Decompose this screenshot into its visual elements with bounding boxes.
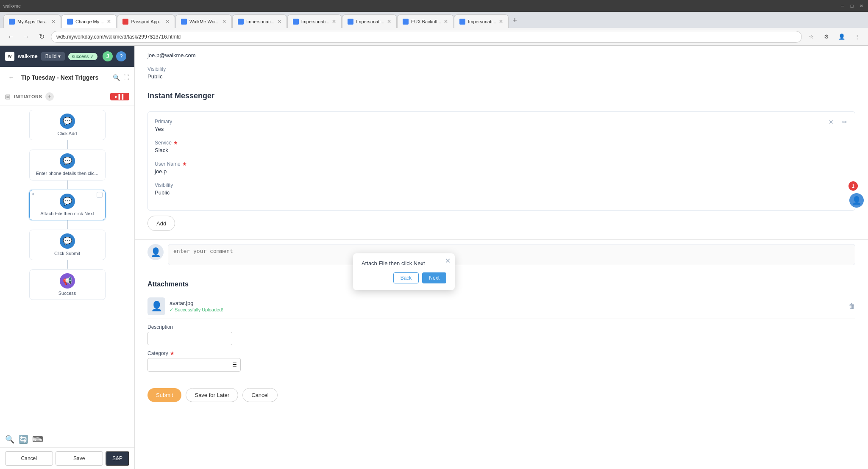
description-input[interactable] xyxy=(147,332,232,345)
tab-close-icon[interactable]: ✕ xyxy=(277,19,281,25)
step-icon-chat: 💬 xyxy=(60,114,75,129)
step-node-attach-file[interactable]: 3 💬 Attach File then click Next xyxy=(29,190,106,220)
avatar-icon: 👤 xyxy=(150,247,161,257)
reload-button[interactable]: ↻ xyxy=(36,31,47,43)
flow-back-button[interactable]: ← xyxy=(5,72,17,83)
expand-icon[interactable]: ⛶ xyxy=(123,74,129,81)
new-tab-button[interactable]: + xyxy=(509,14,521,26)
popup-close-button[interactable]: ✕ xyxy=(445,257,451,265)
step-icon-chat3: 💬 xyxy=(60,194,75,209)
step-icon-success: 📢 xyxy=(60,273,75,289)
step-node-enter-phone[interactable]: 💬 Enter phone details then clic... xyxy=(29,150,106,180)
sp-button[interactable]: S&P xyxy=(106,451,129,466)
save-button[interactable]: Save xyxy=(56,451,103,466)
contact-form-top: joe.p@walkme.com Visibility Public xyxy=(135,46,868,80)
tab-label: Impersonati... xyxy=(246,19,275,24)
popup-back-button[interactable]: Back xyxy=(393,272,419,283)
step-icon-chat2: 💬 xyxy=(60,153,75,169)
notification-container: 1 👤 xyxy=(849,181,865,208)
service-row: Service ★ Slack xyxy=(155,140,848,153)
step-checkbox[interactable] xyxy=(97,192,103,198)
cancel-button[interactable]: Cancel xyxy=(5,451,53,466)
step-connector xyxy=(67,220,68,229)
flow-step-1[interactable]: 💬 Click Add xyxy=(25,110,110,149)
success-badge: success ✓ xyxy=(68,53,97,60)
tab-changemy[interactable]: Change My ... ✕ xyxy=(61,14,117,28)
add-initiator-button[interactable]: + xyxy=(45,92,54,101)
tab-close-icon[interactable]: ✕ xyxy=(51,19,56,25)
tab-label: Impersonati... xyxy=(301,19,330,24)
code-tool-icon[interactable]: ⌨ xyxy=(32,435,43,444)
profile-icon[interactable]: 👤 xyxy=(836,31,848,43)
category-label: Category ★ xyxy=(147,350,855,356)
extensions-icon[interactable]: ⚙ xyxy=(821,31,832,43)
back-nav-button[interactable]: ← xyxy=(5,31,17,43)
tab-label: Passport App... xyxy=(131,19,163,24)
notification-avatar[interactable]: 👤 xyxy=(849,192,865,208)
im-edit-icon[interactable]: ✏ xyxy=(840,117,850,127)
browser-tabbar: My Apps Das... ✕ Change My ... ✕ Passpor… xyxy=(0,12,868,28)
maximize-button[interactable]: □ xyxy=(849,3,855,9)
address-text: wd5.myworkday.com/walkme/d/task/2997$137… xyxy=(56,34,181,40)
save-for-later-button[interactable]: Save for Later xyxy=(186,388,238,402)
tab-impersonati4[interactable]: Impersonati... ✕ xyxy=(454,14,509,28)
delete-attachment-button[interactable]: 🗑 xyxy=(849,302,855,310)
submit-button[interactable]: Submit xyxy=(147,388,181,402)
bookmark-icon[interactable]: ☆ xyxy=(805,31,817,43)
tab-close-icon[interactable]: ✕ xyxy=(444,19,448,25)
step-node-click-submit[interactable]: 💬 Click Submit xyxy=(29,230,106,260)
help-icon[interactable]: ? xyxy=(116,51,126,61)
service-value: Slack xyxy=(155,147,848,153)
build-dropdown[interactable]: Build ▾ xyxy=(41,52,65,61)
tab-walkme1[interactable]: WalkMe Wor... ✕ xyxy=(175,14,232,28)
step-node-success[interactable]: 📢 Success xyxy=(29,269,106,300)
flow-step-2[interactable]: 💬 Enter phone details then clic... xyxy=(25,150,110,189)
category-select[interactable]: ☰ xyxy=(147,358,241,372)
flow-title-bar: ← Tip Tuesday - Next Triggers 🔍 ⛶ xyxy=(0,67,134,88)
titlebar-controls: ─ □ ✕ xyxy=(839,3,865,9)
popup-next-button[interactable]: Next xyxy=(422,272,446,283)
tab-close-icon[interactable]: ✕ xyxy=(332,19,336,25)
tab-close-icon[interactable]: ✕ xyxy=(165,19,170,25)
attachment-file-icon: 👤 xyxy=(147,297,165,315)
menu-icon[interactable]: ⋮ xyxy=(851,31,863,43)
close-button[interactable]: ✕ xyxy=(858,3,865,9)
tab-favicon xyxy=(9,19,15,25)
description-label: Description xyxy=(147,324,855,330)
user-avatar: 👤 xyxy=(147,244,164,260)
im-close-icon[interactable]: ✕ xyxy=(826,117,836,127)
walkme-notification: 1 👤 xyxy=(849,181,865,208)
record-button[interactable]: ● ▌▌ xyxy=(110,93,129,100)
tab-passport[interactable]: Passport App... ✕ xyxy=(117,14,175,28)
step-label: Success xyxy=(58,290,76,296)
success-text: success xyxy=(72,54,89,59)
forward-nav-button[interactable]: → xyxy=(20,31,32,43)
flow-step-3[interactable]: 3 💬 Attach File then click Next xyxy=(25,190,110,229)
add-im-button[interactable]: Add xyxy=(147,216,175,231)
comment-input-area: 👤 xyxy=(147,244,855,265)
flow-step-5[interactable]: 📢 Success xyxy=(25,269,110,300)
step-node-click-add[interactable]: 💬 Click Add xyxy=(29,110,106,140)
tab-label: My Apps Das... xyxy=(17,19,49,24)
tab-close-icon[interactable]: ✕ xyxy=(387,19,391,25)
visibility2-value: Public xyxy=(155,189,848,196)
address-bar[interactable]: wd5.myworkday.com/walkme/d/task/2997$137… xyxy=(51,31,802,43)
tab-impersonati2[interactable]: Impersonati... ✕ xyxy=(287,14,342,28)
tab-impersonati3[interactable]: Impersonati... ✕ xyxy=(342,14,397,28)
search-icon[interactable]: 🔍 xyxy=(113,74,120,81)
tab-euxback[interactable]: EUX Backoff... ✕ xyxy=(397,14,453,28)
tab-close-icon[interactable]: ✕ xyxy=(222,19,226,25)
page-cancel-button[interactable]: Cancel xyxy=(242,388,277,402)
attachments-section: Attachments 👤 avatar.jpg ✓ Successfully … xyxy=(135,276,868,381)
tab-close-icon[interactable]: ✕ xyxy=(107,19,111,25)
visibility2-label: Visibility xyxy=(155,182,848,188)
tab-impersonati1[interactable]: Impersonati... ✕ xyxy=(232,14,287,28)
tab-close-icon[interactable]: ✕ xyxy=(499,19,503,25)
minimize-button[interactable]: ─ xyxy=(839,3,846,9)
flow-step-4[interactable]: 💬 Click Submit xyxy=(25,230,110,269)
success-check: ✓ xyxy=(90,54,94,59)
tab-myapps[interactable]: My Apps Das... ✕ xyxy=(3,14,61,28)
comment-textarea[interactable] xyxy=(168,244,855,265)
sync-tool-icon[interactable]: 🔄 xyxy=(19,435,28,444)
search-tool-icon[interactable]: 🔍 xyxy=(5,435,14,444)
